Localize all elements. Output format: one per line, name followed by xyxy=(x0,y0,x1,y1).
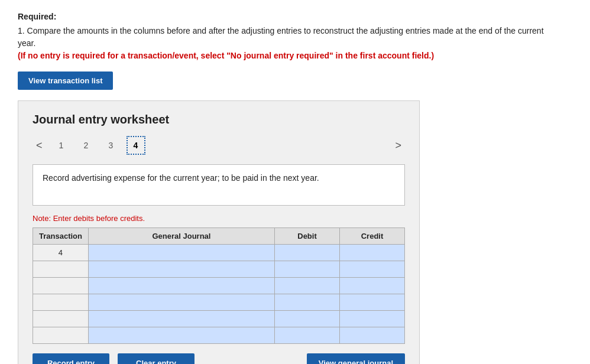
transaction-cell-6 xyxy=(33,327,89,344)
credit-cell-1[interactable] xyxy=(340,245,405,261)
credit-cell-3[interactable] xyxy=(340,278,405,294)
note-text: Note: Enter debits before credits. xyxy=(33,214,405,223)
col-header-general-journal: General Journal xyxy=(88,228,274,245)
col-header-credit: Credit xyxy=(340,228,405,245)
table-row xyxy=(33,278,405,294)
nav-prev-arrow[interactable]: < xyxy=(33,138,46,153)
worksheet-title: Journal entry worksheet xyxy=(33,113,405,126)
debit-input-6[interactable] xyxy=(275,327,339,343)
transaction-cell-4 xyxy=(33,294,89,311)
general-journal-cell-5[interactable] xyxy=(88,311,274,327)
journal-table: Transaction General Journal Debit Credit… xyxy=(33,228,405,344)
general-journal-cell-3[interactable] xyxy=(88,278,274,294)
debit-cell-2[interactable] xyxy=(275,261,340,278)
general-journal-input-6[interactable] xyxy=(89,327,274,343)
general-journal-input-2[interactable] xyxy=(89,261,274,277)
view-transaction-list-button[interactable]: View transaction list xyxy=(18,72,113,90)
credit-cell-4[interactable] xyxy=(340,294,405,311)
general-journal-cell-4[interactable] xyxy=(88,294,274,311)
nav-item-3[interactable]: 3 xyxy=(102,136,121,155)
table-row: 4 xyxy=(33,245,405,261)
general-journal-input-4[interactable] xyxy=(89,294,274,310)
debit-cell-1[interactable] xyxy=(275,245,340,261)
general-journal-cell-1[interactable] xyxy=(88,245,274,261)
table-row xyxy=(33,327,405,344)
credit-input-1[interactable] xyxy=(340,245,404,261)
nav-item-1[interactable]: 1 xyxy=(52,136,71,155)
general-journal-cell-2[interactable] xyxy=(88,261,274,278)
general-journal-cell-6[interactable] xyxy=(88,327,274,344)
debit-cell-6[interactable] xyxy=(275,327,340,344)
credit-input-2[interactable] xyxy=(340,261,404,277)
view-general-journal-button[interactable]: View general journal xyxy=(307,353,405,364)
credit-cell-2[interactable] xyxy=(340,261,405,278)
transaction-cell-1: 4 xyxy=(33,245,89,261)
journal-entry-worksheet: Journal entry worksheet < 1 2 3 4 > Reco… xyxy=(18,100,420,364)
instructions-highlight: (If no entry is required for a transacti… xyxy=(18,51,434,60)
debit-cell-3[interactable] xyxy=(275,278,340,294)
debit-cell-4[interactable] xyxy=(275,294,340,311)
debit-input-1[interactable] xyxy=(275,245,339,261)
credit-input-4[interactable] xyxy=(340,294,404,310)
description-text: Record advertising expense for the curre… xyxy=(43,173,319,183)
debit-input-2[interactable] xyxy=(275,261,339,277)
col-header-transaction: Transaction xyxy=(33,228,89,245)
transaction-cell-2 xyxy=(33,261,89,278)
credit-cell-6[interactable] xyxy=(340,327,405,344)
nav-next-arrow[interactable]: > xyxy=(391,138,405,153)
action-buttons-row: Record entry Clear entry View general jo… xyxy=(33,353,405,364)
general-journal-input-5[interactable] xyxy=(89,311,274,327)
required-label: Required: xyxy=(18,12,572,21)
debit-input-5[interactable] xyxy=(275,311,339,327)
general-journal-input-1[interactable] xyxy=(89,245,274,261)
table-row xyxy=(33,261,405,278)
transaction-cell-3 xyxy=(33,278,89,294)
debit-input-4[interactable] xyxy=(275,294,339,310)
nav-row: < 1 2 3 4 > xyxy=(33,136,405,155)
credit-input-6[interactable] xyxy=(340,327,404,343)
debit-cell-5[interactable] xyxy=(275,311,340,327)
table-row xyxy=(33,294,405,311)
instructions: 1. Compare the amounts in the columns be… xyxy=(18,25,562,62)
nav-item-2[interactable]: 2 xyxy=(77,136,96,155)
description-box: Record advertising expense for the curre… xyxy=(33,164,405,206)
debit-input-3[interactable] xyxy=(275,278,339,294)
nav-item-4[interactable]: 4 xyxy=(127,136,145,155)
clear-entry-button[interactable]: Clear entry xyxy=(118,353,194,364)
credit-input-5[interactable] xyxy=(340,311,404,327)
credit-cell-5[interactable] xyxy=(340,311,405,327)
transaction-cell-5 xyxy=(33,311,89,327)
table-row xyxy=(33,311,405,327)
general-journal-input-3[interactable] xyxy=(89,278,274,294)
col-header-debit: Debit xyxy=(275,228,340,245)
instructions-text: 1. Compare the amounts in the columns be… xyxy=(18,26,544,48)
record-entry-button[interactable]: Record entry xyxy=(33,353,109,364)
credit-input-3[interactable] xyxy=(340,278,404,294)
